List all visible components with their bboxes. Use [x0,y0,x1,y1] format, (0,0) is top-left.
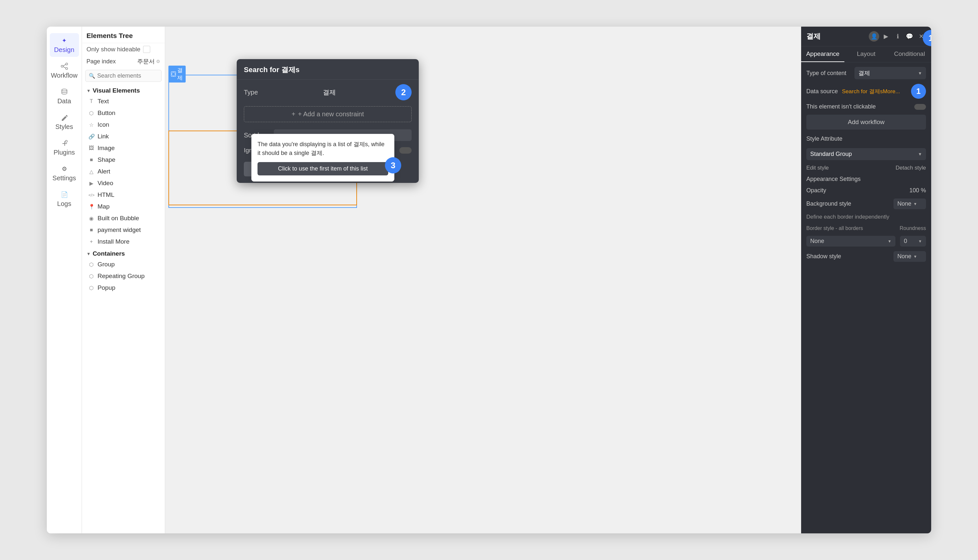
detach-style-link[interactable]: Detach style [895,165,926,171]
data-icon [60,88,69,96]
shadow-style-label: Shadow style [806,253,841,260]
svg-line-4 [63,67,66,68]
element-item-icon[interactable]: ☆ Icon [82,119,165,131]
element-item-html[interactable]: </> HTML [82,189,165,201]
svg-line-3 [63,65,66,66]
edit-style-link[interactable]: Edit style [806,165,829,171]
element-label-repeating-group: Repeating Group [97,273,145,280]
button-icon: ⬡ [89,110,94,116]
roundness-box[interactable]: 0 ▼ [900,236,926,247]
sidebar-item-label-logs: Logs [57,200,71,208]
element-item-group[interactable]: ⬡ Group [82,258,165,270]
sidebar-item-design[interactable]: ✦ Design [50,33,79,57]
sidebar-item-data[interactable]: Data [50,85,79,108]
background-style-value[interactable]: None ▼ [893,198,926,209]
styles-icon [60,113,69,122]
style-attribute-chevron: ▼ [918,152,922,157]
shadow-style-value[interactable]: None ▼ [893,251,926,262]
settings-icon: ⚙ [60,165,69,173]
element-item-link[interactable]: 🔗 Link [82,131,165,142]
play-icon-btn[interactable]: ▶ [881,32,891,41]
element-label-popup: Popup [97,284,115,292]
element-label-button: Button [97,110,115,117]
svg-point-6 [65,140,67,142]
data-source-badge-1: 1 [911,84,926,99]
only-show-hideable-toggle[interactable] [143,46,150,53]
sidebar-item-logs[interactable]: 📄 Logs [50,187,79,211]
sidebar-item-label-settings: Settings [52,175,76,182]
opacity-label: Opacity [806,187,826,194]
sidebar-item-label-design: Design [54,46,74,53]
elements-panel-header: Elements Tree [82,27,165,43]
appearance-settings-label: Appearance Settings [806,176,926,183]
workflow-icon [60,62,69,70]
text-icon: T [89,98,94,104]
element-label-built-on-bubble: Built on Bubble [97,215,139,222]
tooltip-first-item-button[interactable]: Click to use the first item of this list [257,162,388,175]
elements-tree-title: Elements Tree [87,32,133,40]
sidebar-item-workflow[interactable]: Workflow [50,59,79,83]
canvas-element-name: 결제 [177,67,183,82]
html-icon: </> [89,193,94,197]
visual-elements-header: ▼ Visual Elements [82,85,165,95]
data-source-value[interactable]: Search for 결제sMore... [842,88,907,95]
style-attribute-value: Standard Group [810,151,852,158]
border-style-box[interactable]: None ▼ [806,236,895,247]
sidebar-item-label-styles: Styles [55,123,73,131]
roundness-value: 0 [904,238,907,245]
style-attribute-value-box[interactable]: Standard Group ▼ [806,148,926,160]
sidebar-item-styles[interactable]: Styles [50,110,79,134]
info-icon-btn[interactable]: ℹ [893,32,903,41]
background-style-label: Background style [806,200,851,207]
not-clickable-toggle[interactable] [914,104,926,110]
tab-conditional[interactable]: Conditional [888,47,931,62]
tab-layout[interactable]: Layout [844,47,888,62]
app-window: ✦ Design Workflow Data Styles Plugins [47,27,931,533]
svg-point-2 [66,68,68,70]
built-on-bubble-icon: ◉ [89,215,94,222]
shadow-style-row: Shadow style None ▼ [806,251,926,262]
svg-point-5 [62,89,67,91]
element-item-map[interactable]: 📍 Map [82,201,165,212]
element-item-text[interactable]: T Text [82,95,165,107]
type-of-content-label: Type of content [806,70,846,77]
search-elements-input[interactable] [97,72,158,79]
border-style-col: None ▼ [806,236,895,247]
element-item-image[interactable]: 🖼 Image [82,142,165,154]
add-workflow-button[interactable]: Add workflow [806,115,926,130]
containers-chevron: ▼ [87,252,91,256]
sidebar-item-plugins[interactable]: Plugins [50,136,79,160]
element-item-alert[interactable]: △ Alert [82,166,165,177]
page-index-row: Page index 주문서 ⚙ [82,55,165,67]
element-item-video[interactable]: ▶ Video [82,177,165,189]
element-item-payment-widget[interactable]: ■ payment widget [82,224,165,236]
properties-title: 결제 [806,32,866,41]
icon-sidebar: ✦ Design Workflow Data Styles Plugins [47,27,82,533]
element-item-shape[interactable]: ■ Shape [82,154,165,166]
tooltip-popup: The data you're displaying is a list of … [251,134,395,182]
search-modal-type-value: 결제 [267,88,391,97]
ignore-empty-toggle[interactable] [399,147,411,153]
repeating-group-icon: ⬡ [89,273,94,279]
element-item-repeating-group[interactable]: ⬡ Repeating Group [82,270,165,282]
element-item-install-more[interactable]: + Install More [82,236,165,248]
element-item-popup[interactable]: ⬡ Popup [82,282,165,293]
tab-appearance[interactable]: Appearance [801,47,844,62]
comment-icon-btn[interactable]: 💬 [904,32,914,41]
page-index-label: Page index [87,58,116,65]
edit-detach-row: Edit style Detach style [806,165,926,171]
opacity-value: 100 % [909,187,926,194]
containers-header: ▼ Containers [82,248,165,258]
element-item-button[interactable]: ⬡ Button [82,107,165,119]
icon-icon: ☆ [89,122,94,128]
define-border-label: Define each border independently [806,214,926,220]
page-index-text: 주문서 [137,57,155,65]
search-modal-badge-2: 2 [395,84,411,100]
link-icon: 🔗 [89,133,94,140]
element-label-install-more: Install More [97,238,129,245]
element-item-built-on-bubble[interactable]: ◉ Built on Bubble [82,212,165,224]
design-icon: ✦ [60,37,69,45]
sidebar-item-settings[interactable]: ⚙ Settings [50,162,79,185]
type-of-content-value[interactable]: 결제 ▼ [854,67,926,79]
add-constraint-button[interactable]: + + Add a new constraint [244,106,411,122]
